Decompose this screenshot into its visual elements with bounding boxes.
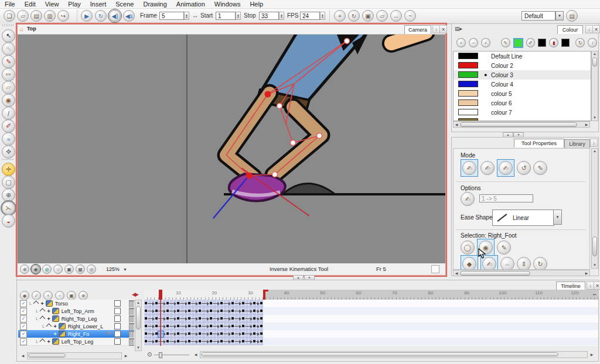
expand-arrow-icon[interactable] [40, 308, 46, 314]
swap-colour-button[interactable]: ↕ [588, 38, 597, 47]
sound-button[interactable]: ◀) [109, 10, 121, 22]
line-colour-swatch[interactable] [513, 38, 523, 48]
layer-row-right_top_leg[interactable]: ✓L+Right_Top_Leg [18, 315, 134, 323]
colour-vscrollbar[interactable]: ▲ ▼ [591, 51, 598, 121]
menu-item-insert[interactable]: Insert [86, 0, 111, 8]
add-peg-button[interactable]: ⊕ [79, 291, 88, 300]
layer-row-left_top_leg[interactable]: ✓L+Left_Top_Leg [18, 338, 134, 346]
ik-mode-all-button[interactable]: ✍ [462, 161, 476, 175]
frame-spinner[interactable]: ▲▼ [184, 12, 189, 20]
ik-mode-chain-button[interactable]: ✍ [480, 161, 495, 175]
frame-range-field[interactable]: 1 -> 5 [479, 194, 533, 202]
ik-mode-selected-button[interactable]: ✍ [499, 161, 513, 175]
paint-colour-tool-button[interactable]: ✐ [526, 38, 536, 47]
inverse-kinematics-tool[interactable]: ⋋ [2, 201, 15, 215]
frame-row[interactable] [144, 300, 598, 307]
expand-plus-icon[interactable]: + [47, 339, 50, 345]
start-spinner[interactable]: ▲▼ [236, 12, 241, 20]
ik-manipulate-button[interactable]: ✍ [482, 257, 496, 270]
menu-item-drawing[interactable]: Drawing [138, 0, 171, 8]
play-button[interactable]: ▶ [81, 10, 93, 22]
ik-translate-y-button[interactable]: ⇕ [517, 257, 531, 270]
tp-hscrollbar[interactable]: ◀ ▶ [453, 270, 590, 276]
render-mode-icon[interactable]: ◉ [31, 265, 40, 274]
expand-arrow-icon[interactable] [33, 301, 39, 307]
canvas-viewport[interactable] [18, 35, 445, 263]
translate-button[interactable]: + [334, 10, 346, 22]
matte-view-icon[interactable]: ◍ [42, 265, 52, 274]
ease-shape-combo[interactable]: Linear [492, 210, 554, 226]
menu-item-view[interactable]: View [40, 0, 64, 8]
layer-visibility-checkbox[interactable]: ✓ [20, 308, 27, 315]
colour-tab[interactable]: Colour [557, 25, 583, 34]
ik-rotate-button[interactable]: ↻ [533, 257, 547, 270]
dock-arrow-icon[interactable]: ↓ [590, 139, 598, 147]
layer-extra-checkbox[interactable] [114, 323, 121, 329]
line-colour-tool-button[interactable]: ✎ [501, 38, 510, 47]
colour-row[interactable]: Colour 4 [454, 80, 591, 89]
animate-tool[interactable]: ✛ [2, 163, 15, 176]
tab-library[interactable]: Library [564, 139, 590, 148]
camera-tab[interactable]: Camera [404, 25, 431, 34]
apply-ik-range-button[interactable]: ✍ [461, 192, 475, 206]
close-icon[interactable]: ✕ [594, 281, 600, 290]
colour-row[interactable]: Default Line [454, 51, 591, 61]
start-input[interactable]: 1 [216, 12, 236, 20]
brush-tool[interactable]: ✎ [2, 55, 15, 68]
close-icon[interactable]: ✕ [439, 25, 447, 33]
menu-item-scene[interactable]: Scene [111, 0, 138, 8]
timeline-zoom[interactable]: ⊙ [147, 351, 189, 358]
frame-row[interactable] [144, 338, 598, 345]
layer-extra-checkbox[interactable] [114, 338, 121, 345]
paint-tool[interactable]: ◉ [2, 94, 15, 107]
ik-bone-select-button[interactable]: ◆ [462, 257, 476, 270]
layer-row-left_top_arm[interactable]: ✓L+Left_Top_Arm [18, 307, 134, 315]
ik-mode-pose-button[interactable]: ✎ [533, 161, 547, 175]
fps-input[interactable]: 24 [300, 12, 320, 20]
expand-plus-icon[interactable]: + [47, 308, 50, 314]
colour-list[interactable]: Default LineColour 2●Colour 3Colour 4col… [453, 51, 591, 121]
ease-shape-dropdown-button[interactable]: ▼ [553, 210, 562, 225]
safe-area-icon[interactable]: ▦ [76, 265, 85, 274]
display-combo[interactable]: Default [521, 11, 555, 20]
add-colour-button[interactable]: + [456, 38, 466, 47]
contour-editor-tool[interactable]: ↖ [2, 42, 15, 56]
select-tool[interactable]: ↖ [2, 29, 15, 43]
expand-arrow-icon[interactable] [40, 316, 46, 322]
panel-menu-icon[interactable]: ▤▸ [455, 26, 462, 32]
layer-extra-checkbox[interactable] [114, 331, 121, 337]
sound-scrubbing-button[interactable]: ◀s [123, 10, 135, 22]
add-layer-button[interactable]: + [43, 291, 53, 300]
frame-grid[interactable] [144, 300, 598, 346]
colour-row[interactable]: ●Colour 3 [454, 70, 591, 80]
fps-spinner[interactable]: ▲▼ [320, 12, 325, 20]
remove-colour-button[interactable]: − [469, 38, 478, 47]
show-hide-layers-button[interactable]: ◉ [20, 291, 29, 300]
expand-plus-icon[interactable]: + [53, 331, 56, 337]
layer-visibility-checkbox[interactable]: ✓ [20, 315, 27, 322]
timeline-vscrollbar[interactable]: ▲ ▼ [135, 300, 142, 351]
frame-row[interactable] [144, 315, 598, 322]
eraser-tool[interactable]: ▱ [2, 81, 15, 94]
camera-target-tool[interactable]: ⊕ [2, 188, 15, 202]
skew-button[interactable]: ▱ [376, 10, 388, 22]
layer-extra-checkbox[interactable] [114, 308, 121, 314]
frame-row[interactable] [144, 330, 598, 338]
outline-mode-icon[interactable]: ◎ [87, 265, 96, 274]
dropper-tool[interactable]: ✐ [2, 119, 15, 133]
colour-row[interactable]: colour 5 [454, 89, 591, 98]
layer-extra-checkbox[interactable] [114, 315, 121, 322]
marker-colour-tool-button[interactable]: ▮ [549, 38, 558, 47]
close-icon[interactable]: ✕ [592, 25, 600, 33]
menu-item-animation[interactable]: Animation [172, 0, 210, 8]
layer-row-right_lower_l[interactable]: ✓L+Right_Lower_L [18, 322, 134, 331]
tab-tool-properties[interactable]: Tool Properties [514, 139, 564, 147]
zoom-mode-icon[interactable]: ⊕ [20, 265, 29, 274]
zoom-level[interactable]: 125% [106, 266, 120, 272]
rename-pencil-icon[interactable]: ✎ [106, 331, 111, 336]
colour-row[interactable]: colour 7 [454, 108, 591, 117]
delete-layer-button[interactable]: − [55, 291, 64, 300]
colour-row[interactable]: colour 6 [454, 98, 591, 108]
ik-hold-orientation-button[interactable]: ✎ [497, 241, 511, 255]
colour-row[interactable] [454, 117, 591, 121]
